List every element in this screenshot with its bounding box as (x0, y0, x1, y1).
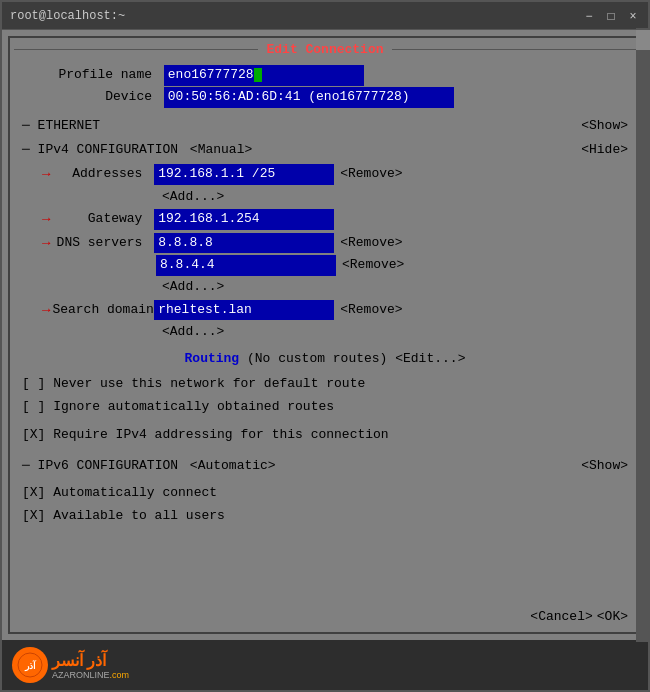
addresses-label: Addresses (52, 164, 142, 185)
dns1-remove-btn[interactable]: <Remove> (340, 233, 402, 254)
search-label: Search domains (52, 300, 142, 321)
gateway-arrow-icon: → (42, 208, 50, 230)
profile-name-value[interactable]: eno16777728 (164, 65, 364, 86)
gateway-row: → Gateway 192.168.1.254 (42, 208, 628, 230)
logo-sub-text: AZARONLINE.com (52, 670, 129, 680)
search-remove-btn[interactable]: <Remove> (340, 300, 402, 321)
ipv4-label: ─ IPv4 CONFIGURATION <Manual> (22, 140, 252, 161)
addresses-add-row: <Add...> (156, 187, 628, 208)
search-add-row: <Add...> (156, 322, 628, 343)
profile-name-row: Profile name eno16777728 (22, 65, 628, 86)
addresses-remove-btn[interactable]: <Remove> (340, 164, 402, 185)
dialog-title: Edit Connection (258, 42, 391, 57)
ipv6-section: ─ IPv6 CONFIGURATION <Automatic> <Show> (22, 456, 628, 477)
svg-text:آذر: آذر (24, 659, 37, 672)
ethernet-section: ─ ETHERNET <Show> (22, 116, 628, 137)
maximize-button[interactable]: □ (604, 9, 618, 23)
device-value: 00:50:56:AD:6D:41 (eno16777728) (164, 87, 454, 108)
logo-main-text: آذر آنسر (52, 651, 129, 670)
bottom-buttons: <Cancel> <OK> (14, 603, 636, 628)
cancel-button[interactable]: <Cancel> (530, 609, 592, 624)
content-area: Edit Connection Profile name eno16777728… (2, 30, 648, 640)
dns-arrow-icon: → (42, 232, 50, 254)
main-window: root@localhost:~ − □ × Edit Connection P… (0, 0, 650, 692)
routing-edit-btn[interactable]: <Edit...> (395, 351, 465, 366)
logo-icon: آذر (12, 647, 48, 683)
title-line-right (392, 49, 636, 50)
ok-button[interactable]: <OK> (597, 609, 628, 624)
addresses-value[interactable]: 192.168.1.1 /25 (154, 164, 334, 185)
available-label[interactable]: [X] Available to all users (22, 506, 225, 527)
device-row: Device 00:50:56:AD:6D:41 (eno16777728) (22, 87, 628, 108)
close-button[interactable]: × (626, 9, 640, 23)
dns1-value[interactable]: 8.8.8.8 (154, 233, 334, 254)
require-row: [X] Require IPv4 addressing for this con… (22, 425, 628, 446)
addresses-row: → Addresses 192.168.1.1 /25 <Remove> (42, 163, 628, 185)
profile-name-spacer (156, 65, 164, 86)
addresses-add-btn[interactable]: <Add...> (162, 187, 224, 208)
title-line-left (14, 49, 258, 50)
window-controls: − □ × (582, 9, 640, 23)
dns2-remove-btn[interactable]: <Remove> (342, 255, 404, 276)
dns2-value[interactable]: 8.8.4.4 (156, 255, 336, 276)
profile-name-label: Profile name (22, 65, 152, 86)
edit-connection-dialog: Edit Connection Profile name eno16777728… (8, 36, 642, 634)
dns-row1: → DNS servers 8.8.8.8 <Remove> (42, 232, 628, 254)
ethernet-show-btn[interactable]: <Show> (581, 116, 628, 137)
auto-connect-row: [X] Automatically connect (22, 483, 628, 504)
routing-label[interactable]: Routing (185, 351, 240, 366)
auto-connect-label[interactable]: [X] Automatically connect (22, 483, 217, 504)
search-arrow-icon: → (42, 299, 50, 321)
watermark-bar: آذر آذر آنسر AZARONLINE.com (2, 640, 648, 690)
form-area: Profile name eno16777728 Device 00:50:56… (14, 63, 636, 603)
never-use-label[interactable]: [ ] Never use this network for default r… (22, 374, 365, 395)
cursor (254, 68, 262, 82)
never-use-row: [ ] Never use this network for default r… (22, 374, 628, 395)
dns-label: DNS servers (52, 233, 142, 254)
gateway-value[interactable]: 192.168.1.254 (154, 209, 334, 230)
gateway-label: Gateway (52, 209, 142, 230)
search-domain-row: → Search domains rheltest.lan <Remove> (42, 299, 628, 321)
ignore-label[interactable]: [ ] Ignore automatically obtained routes (22, 397, 334, 418)
dialog-title-row: Edit Connection (14, 42, 636, 57)
minimize-button[interactable]: − (582, 9, 596, 23)
search-value[interactable]: rheltest.lan (154, 300, 334, 321)
routing-row: Routing (No custom routes) <Edit...> (22, 349, 628, 370)
scrollbar[interactable] (636, 28, 650, 642)
scroll-thumb[interactable] (636, 30, 650, 50)
ethernet-label: ─ ETHERNET (22, 116, 100, 137)
logo-text: آذر آنسر AZARONLINE.com (52, 651, 129, 680)
logo: آذر آذر آنسر AZARONLINE.com (12, 647, 129, 683)
ipv6-show-btn[interactable]: <Show> (581, 456, 628, 477)
routing-value: (No custom routes) (247, 351, 387, 366)
dns-add-btn[interactable]: <Add...> (162, 277, 224, 298)
device-label: Device (22, 87, 152, 108)
title-bar: root@localhost:~ − □ × (2, 2, 648, 30)
ipv4-section: ─ IPv4 CONFIGURATION <Manual> <Hide> (22, 140, 628, 161)
dns-row2: 8.8.4.4 <Remove> (156, 255, 628, 276)
available-row: [X] Available to all users (22, 506, 628, 527)
require-label[interactable]: [X] Require IPv4 addressing for this con… (22, 425, 389, 446)
search-add-btn[interactable]: <Add...> (162, 322, 224, 343)
ipv6-label: ─ IPv6 CONFIGURATION <Automatic> (22, 456, 276, 477)
addresses-arrow-icon: → (42, 163, 50, 185)
ignore-row: [ ] Ignore automatically obtained routes (22, 397, 628, 418)
window-title: root@localhost:~ (10, 9, 582, 23)
dns-add-row: <Add...> (156, 277, 628, 298)
ipv4-hide-btn[interactable]: <Hide> (581, 140, 628, 161)
